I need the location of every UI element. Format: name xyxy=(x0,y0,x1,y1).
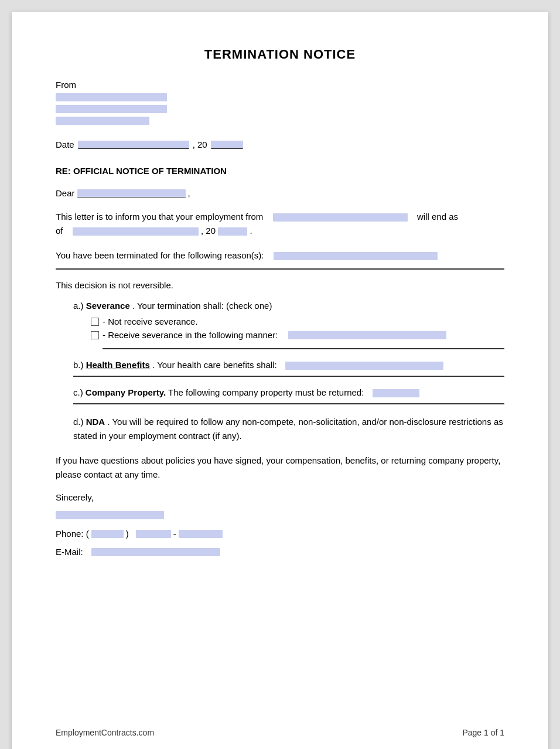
section-a-letter: a.) xyxy=(73,301,84,311)
signature-field[interactable] xyxy=(56,511,164,519)
phone-number-field-2[interactable] xyxy=(179,530,223,538)
from-field-3[interactable] xyxy=(56,117,149,125)
section-c-bold: Company Property. xyxy=(86,387,166,397)
from-field-1[interactable] xyxy=(56,93,167,101)
end-year-field[interactable] xyxy=(218,227,247,236)
phone-dash: - xyxy=(173,529,176,539)
section-b-letter: b.) xyxy=(73,360,84,370)
section-c-letter: c.) xyxy=(73,387,83,397)
phone-area-field[interactable] xyxy=(91,530,124,538)
checkbox-1-label: - Not receive severance. xyxy=(103,316,198,326)
company-property-underline xyxy=(73,403,504,404)
section-c-label: c.) Company Property. The following comp… xyxy=(73,387,504,397)
from-field-2[interactable] xyxy=(56,105,167,113)
body2-text: You have been terminated for the followi… xyxy=(56,250,264,260)
reason-field-1[interactable] xyxy=(274,252,438,260)
date-comma2: , 20 xyxy=(201,226,216,236)
section-c-rest: The following company property must be r… xyxy=(168,387,364,397)
footer-right: Page 1 of 1 xyxy=(462,728,504,737)
section-d-rest: . You will be required to follow any non… xyxy=(73,417,503,441)
section-a-rest: . Your termination shall: (check one) xyxy=(132,301,272,311)
section-b-label: b.) Health Benefits . Your health care b… xyxy=(73,360,504,370)
body1-pre2: of xyxy=(56,226,63,236)
section-d: d.) NDA . You will be required to follow… xyxy=(73,415,504,443)
dear-name-field[interactable] xyxy=(77,189,186,198)
health-underline xyxy=(73,376,504,377)
checkbox-1-box[interactable] xyxy=(91,318,99,326)
section-d-bold: NDA xyxy=(86,417,105,427)
phone-label: Phone: ( xyxy=(56,529,89,539)
checkbox-no-severance: - Not receive severance. xyxy=(91,316,504,326)
decision-text: This decision is not reversible. xyxy=(56,280,173,290)
phone-mid: ) xyxy=(126,529,129,539)
date-field[interactable] xyxy=(78,141,189,149)
section-c: c.) Company Property. The following comp… xyxy=(73,387,504,404)
document-page: TERMINATION NOTICE From Date , 20 RE: OF… xyxy=(12,12,548,749)
body-para-1: This letter is to inform you that your e… xyxy=(56,210,504,238)
reason-underline xyxy=(56,268,504,270)
checkbox-receive-severance: - Receive severance in the following man… xyxy=(91,330,504,349)
date-section: Date , 20 xyxy=(56,139,504,149)
end-date-field[interactable] xyxy=(73,227,199,236)
from-label: From xyxy=(56,80,504,90)
closing-para: If you have questions about policies you… xyxy=(56,454,504,482)
re-heading: RE: OFFICIAL NOTICE OF TERMINATION xyxy=(56,166,227,176)
phone-number-field-1[interactable] xyxy=(136,530,171,538)
employer-name-field[interactable] xyxy=(273,213,408,222)
checkbox-2-pre: - Receive severance in the following man… xyxy=(103,330,278,340)
body1-period: . xyxy=(250,226,252,236)
section-b-bold: Health Benefits xyxy=(86,360,150,370)
date-comma: , 20 xyxy=(193,139,207,149)
sincerely-label: Sincerely, xyxy=(56,492,504,502)
section-d-letter: d.) xyxy=(73,417,84,427)
severance-manner-field[interactable] xyxy=(288,331,446,339)
date-year-field[interactable] xyxy=(211,141,243,149)
body1-pre: This letter is to inform you that your e… xyxy=(56,212,263,222)
section-b-rest: . Your health care benefits shall: xyxy=(152,360,277,370)
dear-comma: , xyxy=(188,188,190,198)
dear-section: Dear , xyxy=(56,188,504,198)
document-title: TERMINATION NOTICE xyxy=(56,47,504,62)
email-section: E-Mail: xyxy=(56,547,504,557)
severance-underline xyxy=(103,348,504,349)
body1-mid: will end as xyxy=(417,212,458,222)
section-a: a.) Severance . Your termination shall: … xyxy=(73,301,504,349)
email-label: E-Mail: xyxy=(56,547,83,557)
re-section: RE: OFFICIAL NOTICE OF TERMINATION xyxy=(56,166,504,176)
from-fields xyxy=(56,93,504,125)
from-section: From xyxy=(56,80,504,125)
body-para-2: You have been terminated for the followi… xyxy=(56,248,504,270)
closing-text: If you have questions about policies you… xyxy=(56,455,500,479)
email-field[interactable] xyxy=(91,548,220,556)
section-a-label: a.) Severance . Your termination shall: … xyxy=(73,301,504,311)
section-d-label: d.) NDA . You will be required to follow… xyxy=(73,415,504,443)
health-benefits-field[interactable] xyxy=(285,362,443,370)
dear-label: Dear xyxy=(56,188,75,198)
footer: EmploymentContracts.com Page 1 of 1 xyxy=(56,728,504,737)
phone-section: Phone: ( ) - xyxy=(56,529,504,539)
sincerely-section: Sincerely, xyxy=(56,492,504,519)
company-property-field[interactable] xyxy=(373,389,419,397)
decision-para: This decision is not reversible. xyxy=(56,280,504,290)
section-a-bold: Severance xyxy=(86,301,130,311)
footer-left: EmploymentContracts.com xyxy=(56,728,154,737)
date-label: Date xyxy=(56,139,74,149)
section-b: b.) Health Benefits . Your health care b… xyxy=(73,360,504,377)
checkbox-2-box[interactable] xyxy=(91,331,99,339)
